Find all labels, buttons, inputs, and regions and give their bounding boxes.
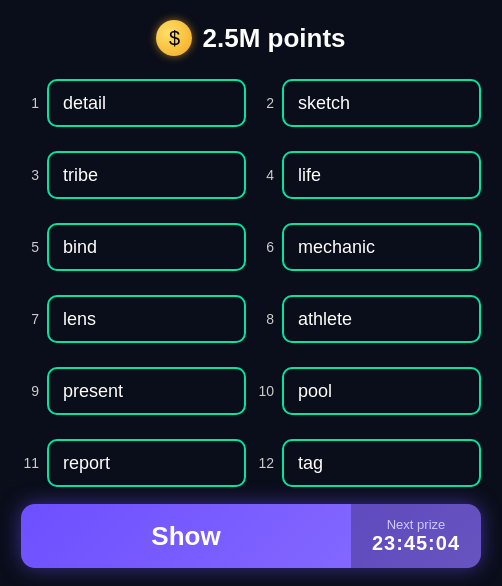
word-box[interactable]: tribe	[47, 151, 246, 199]
word-box[interactable]: sketch	[282, 79, 481, 127]
word-box[interactable]: tag	[282, 439, 481, 487]
word-box[interactable]: detail	[47, 79, 246, 127]
points-display: 2.5M points	[202, 23, 345, 54]
next-prize-label: Next prize	[387, 517, 446, 532]
grid-item: 10pool	[256, 360, 481, 422]
grid-item: 11report	[21, 432, 246, 494]
item-number: 11	[21, 455, 39, 471]
grid-item: 8athlete	[256, 288, 481, 350]
grid-item: 9present	[21, 360, 246, 422]
item-number: 1	[21, 95, 39, 111]
word-box[interactable]: life	[282, 151, 481, 199]
word-grid: 1detail2sketch3tribe4life5bind6mechanic7…	[21, 72, 481, 494]
item-number: 6	[256, 239, 274, 255]
grid-item: 12tag	[256, 432, 481, 494]
grid-item: 7lens	[21, 288, 246, 350]
word-box[interactable]: present	[47, 367, 246, 415]
item-number: 9	[21, 383, 39, 399]
next-prize-section[interactable]: Next prize 23:45:04	[351, 504, 481, 568]
word-box[interactable]: mechanic	[282, 223, 481, 271]
item-number: 10	[256, 383, 274, 399]
word-box[interactable]: lens	[47, 295, 246, 343]
grid-item: 5bind	[21, 216, 246, 278]
grid-item: 2sketch	[256, 72, 481, 134]
item-number: 5	[21, 239, 39, 255]
grid-item: 4life	[256, 144, 481, 206]
show-button[interactable]: Show	[21, 504, 351, 568]
item-number: 4	[256, 167, 274, 183]
item-number: 12	[256, 455, 274, 471]
grid-item: 6mechanic	[256, 216, 481, 278]
coin-icon: $	[156, 20, 192, 56]
grid-item: 1detail	[21, 72, 246, 134]
footer-bar: Show Next prize 23:45:04	[21, 504, 481, 568]
item-number: 8	[256, 311, 274, 327]
word-box[interactable]: report	[47, 439, 246, 487]
item-number: 2	[256, 95, 274, 111]
item-number: 7	[21, 311, 39, 327]
header: $ 2.5M points	[156, 20, 345, 56]
grid-item: 3tribe	[21, 144, 246, 206]
word-box[interactable]: athlete	[282, 295, 481, 343]
item-number: 3	[21, 167, 39, 183]
word-box[interactable]: pool	[282, 367, 481, 415]
word-box[interactable]: bind	[47, 223, 246, 271]
countdown-timer: 23:45:04	[372, 532, 460, 555]
